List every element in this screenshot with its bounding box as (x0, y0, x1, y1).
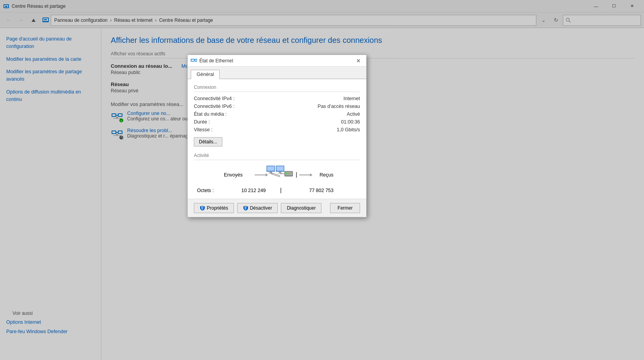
svg-rect-27 (192, 59, 194, 61)
svg-rect-29 (195, 59, 197, 61)
ethernet-status-dialog: État de Ethernet ✕ Général Connexion Con… (187, 55, 367, 217)
svg-rect-35 (277, 166, 284, 171)
connection-section-title: Connexion (194, 85, 360, 92)
sent-arrow (255, 175, 266, 175)
media-row: État du média : Activé (194, 111, 360, 117)
svg-rect-31 (267, 166, 274, 171)
activity-section: Activité Envoyés (194, 153, 360, 193)
bytes-recv: 77 802 753 (283, 188, 334, 193)
bytes-divider (280, 188, 281, 193)
bytes-row: Octets : 10 212 249 77 802 753 (194, 188, 360, 193)
properties-button[interactable]: Propriétés (194, 203, 234, 213)
media-label: État du média : (194, 111, 227, 117)
dialog-icon (191, 58, 197, 64)
ipv4-row: Connectivité IPv4 : Internet (194, 96, 360, 101)
ipv4-label: Connectivité IPv4 : (194, 96, 234, 101)
disable-label: Désactiver (250, 205, 272, 211)
network-computers-icon (266, 164, 294, 185)
media-value: Activé (347, 111, 360, 117)
tab-general[interactable]: Général (191, 70, 220, 79)
diagnose-button[interactable]: Diagnostiquer (281, 203, 321, 213)
recv-arrow (294, 172, 311, 178)
duration-row: Durée : 01:00:36 (194, 119, 360, 125)
details-button[interactable]: Détails... (194, 137, 222, 146)
ipv4-value: Internet (344, 96, 360, 101)
bytes-sent: 10 212 249 (228, 188, 279, 193)
shield-icon-properties (200, 205, 205, 211)
sent-label: Envoyés (212, 172, 255, 178)
dialog-title: État de Ethernet (199, 58, 354, 64)
dialog-tabs: Général (188, 67, 366, 79)
speed-row: Vitesse : 1,0 Gbits/s (194, 127, 360, 132)
svg-point-44 (289, 173, 290, 174)
network-icon-container (266, 164, 294, 185)
recv-label: Reçus (311, 172, 342, 178)
ipv6-label: Connectivité IPv6 : (194, 104, 234, 109)
close-button[interactable]: Fermer (330, 203, 360, 213)
disable-button[interactable]: Désactiver (237, 203, 278, 213)
activity-section-title: Activité (194, 153, 360, 160)
dialog-footer: Propriétés Désactiver Diagnostiquer Ferm… (188, 199, 366, 217)
connection-section: Connexion Connectivité IPv4 : Internet C… (194, 85, 360, 146)
svg-point-42 (286, 173, 287, 174)
duration-label: Durée : (194, 119, 210, 125)
shield-icon-disable (243, 205, 248, 211)
svg-point-43 (287, 173, 289, 174)
ipv6-value: Pas d'accès réseau (318, 104, 360, 109)
dialog-title-bar: État de Ethernet ✕ (188, 55, 366, 67)
bytes-label: Octets : (197, 188, 228, 193)
speed-label: Vitesse : (194, 127, 213, 132)
speed-value: 1,0 Gbits/s (337, 127, 360, 132)
duration-value: 01:00:36 (341, 119, 360, 125)
ipv6-row: Connectivité IPv6 : Pas d'accès réseau (194, 104, 360, 109)
activity-visual: Envoyés (194, 164, 360, 185)
properties-label: Propriétés (207, 205, 228, 211)
dialog-close-button[interactable]: ✕ (354, 56, 363, 65)
dialog-body: Connexion Connectivité IPv4 : Internet C… (188, 79, 366, 199)
diagnose-label: Diagnostiquer (287, 205, 316, 211)
svg-rect-36 (279, 172, 281, 173)
